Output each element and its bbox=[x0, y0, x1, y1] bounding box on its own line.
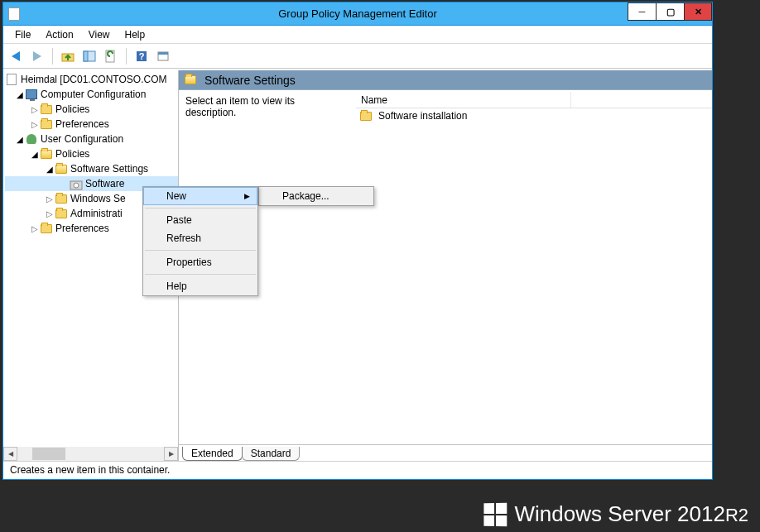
expand-icon[interactable]: ◢ bbox=[15, 135, 25, 144]
refresh-button[interactable] bbox=[102, 47, 120, 65]
tree-comp-preferences[interactable]: ▷ Preferences bbox=[5, 117, 178, 132]
expand-icon[interactable]: ▷ bbox=[30, 105, 40, 114]
up-level-button[interactable] bbox=[59, 47, 77, 65]
separator bbox=[126, 48, 127, 65]
detail-pane: Software Settings Select an item to view… bbox=[179, 70, 712, 461]
os-branding: Windows Server 2012R2 bbox=[483, 501, 748, 527]
show-tree-button[interactable] bbox=[80, 47, 99, 65]
app-window: Group Policy Management Editor ─ ▢ ✕ Fil… bbox=[2, 2, 713, 480]
tree-root-label: Heimdal [DC01.CONTOSO.COM bbox=[21, 74, 166, 85]
tree-label: Policies bbox=[55, 103, 89, 115]
tree-comp-policies[interactable]: ▷ Policies bbox=[5, 102, 178, 117]
options-button[interactable] bbox=[154, 47, 172, 65]
scroll-track[interactable] bbox=[17, 447, 164, 461]
detail-heading: Software Settings bbox=[204, 74, 296, 87]
menu-separator bbox=[145, 274, 256, 275]
menu-label: New bbox=[166, 190, 186, 202]
folder-icon bbox=[184, 74, 197, 87]
folder-icon bbox=[359, 109, 373, 122]
tree-label: Preferences bbox=[55, 118, 109, 130]
help-icon: ? bbox=[135, 50, 148, 63]
menu-label: Refresh bbox=[166, 232, 201, 244]
menu-properties[interactable]: Properties bbox=[143, 253, 257, 271]
list-item-label: Software installation bbox=[378, 110, 467, 122]
menu-new[interactable]: New ▶ bbox=[143, 187, 257, 205]
menu-package[interactable]: Package... bbox=[259, 187, 373, 205]
tree-root[interactable]: Heimdal [DC01.CONTOSO.COM bbox=[5, 72, 178, 87]
menu-separator bbox=[145, 250, 256, 251]
expand-icon[interactable]: ▷ bbox=[30, 120, 40, 129]
menu-label: Package... bbox=[282, 190, 329, 202]
menu-label: Help bbox=[166, 280, 187, 292]
view-tabs: Extended Standard bbox=[179, 444, 712, 461]
maximize-button[interactable]: ▢ bbox=[656, 2, 684, 21]
user-icon bbox=[25, 132, 38, 146]
horizontal-scrollbar[interactable]: ◀ ▶ bbox=[3, 447, 178, 461]
menu-label: Properties bbox=[166, 256, 212, 268]
scroll-thumb[interactable] bbox=[32, 448, 65, 460]
minimize-button[interactable]: ─ bbox=[628, 2, 656, 21]
list-item[interactable]: Software installation bbox=[356, 108, 712, 123]
separator bbox=[52, 48, 53, 65]
tab-standard[interactable]: Standard bbox=[242, 447, 301, 461]
folder-icon bbox=[55, 162, 68, 175]
svg-rect-2 bbox=[84, 51, 88, 61]
content-area: Heimdal [DC01.CONTOSO.COM ◢ Computer Con… bbox=[3, 70, 712, 461]
expand-icon[interactable]: ▷ bbox=[45, 194, 55, 204]
expand-icon[interactable]: ◢ bbox=[30, 150, 40, 159]
status-text: Creates a new item in this container. bbox=[10, 464, 170, 476]
menu-help[interactable]: Help bbox=[143, 277, 257, 295]
context-menu[interactable]: New ▶ Paste Refresh Properties Help bbox=[142, 186, 258, 296]
installer-icon bbox=[70, 177, 83, 190]
column-name[interactable]: Name bbox=[356, 92, 571, 108]
window-prop-icon bbox=[156, 50, 170, 63]
menu-action[interactable]: Action bbox=[39, 27, 79, 42]
menu-view[interactable]: View bbox=[82, 27, 117, 42]
tree-computer-configuration[interactable]: ◢ Computer Configuration bbox=[5, 87, 178, 102]
branding-text: Windows Server 2012 bbox=[515, 501, 725, 526]
gpo-icon bbox=[5, 73, 18, 86]
folder-icon bbox=[55, 192, 68, 205]
submenu-new[interactable]: Package... bbox=[258, 186, 374, 206]
help-button[interactable]: ? bbox=[132, 47, 151, 65]
menu-paste[interactable]: Paste bbox=[143, 211, 257, 229]
svg-text:?: ? bbox=[139, 51, 145, 61]
expand-icon[interactable]: ◢ bbox=[15, 90, 25, 99]
status-bar: Creates a new item in this container. bbox=[3, 461, 712, 479]
detail-body: Select an item to view its description. … bbox=[179, 90, 712, 444]
toolbar: ? bbox=[3, 44, 712, 69]
tree-software-settings[interactable]: ◢ Software Settings bbox=[5, 161, 178, 176]
nav-forward-button[interactable] bbox=[28, 47, 46, 65]
expand-icon[interactable]: ▷ bbox=[30, 224, 40, 233]
expand-icon[interactable]: ◢ bbox=[45, 165, 55, 174]
folder-icon bbox=[40, 117, 53, 131]
detail-header: Software Settings bbox=[179, 70, 712, 90]
folder-icon bbox=[40, 222, 53, 235]
folder-icon bbox=[40, 147, 53, 161]
nav-back-button[interactable] bbox=[7, 47, 25, 65]
tree-label: Administrati bbox=[70, 208, 123, 219]
tree-label: Software Settings bbox=[70, 163, 148, 175]
tab-extended[interactable]: Extended bbox=[182, 447, 243, 461]
menu-help[interactable]: Help bbox=[118, 27, 152, 42]
menubar: File Action View Help bbox=[3, 26, 712, 44]
list-header[interactable]: Name bbox=[356, 92, 712, 108]
folder-icon bbox=[40, 103, 53, 116]
svg-rect-7 bbox=[158, 52, 168, 55]
folder-up-icon bbox=[61, 50, 75, 63]
folder-icon bbox=[55, 207, 68, 220]
scroll-left-button[interactable]: ◀ bbox=[3, 447, 17, 461]
tree-user-policies[interactable]: ◢ Policies bbox=[5, 146, 178, 161]
tree-user-configuration[interactable]: ◢ User Configuration bbox=[5, 132, 178, 146]
menu-refresh[interactable]: Refresh bbox=[143, 229, 257, 247]
expand-icon[interactable]: ▷ bbox=[45, 209, 55, 218]
menu-separator bbox=[145, 208, 256, 208]
description-text: Select an item to view its description. bbox=[185, 95, 295, 118]
window-controls: ─ ▢ ✕ bbox=[628, 2, 712, 21]
menu-file[interactable]: File bbox=[8, 27, 37, 42]
menu-label: Paste bbox=[166, 214, 192, 226]
scroll-right-button[interactable]: ▶ bbox=[164, 447, 178, 461]
submenu-arrow-icon: ▶ bbox=[244, 192, 250, 200]
close-button[interactable]: ✕ bbox=[684, 2, 712, 21]
tree-label: Preferences bbox=[55, 223, 109, 234]
